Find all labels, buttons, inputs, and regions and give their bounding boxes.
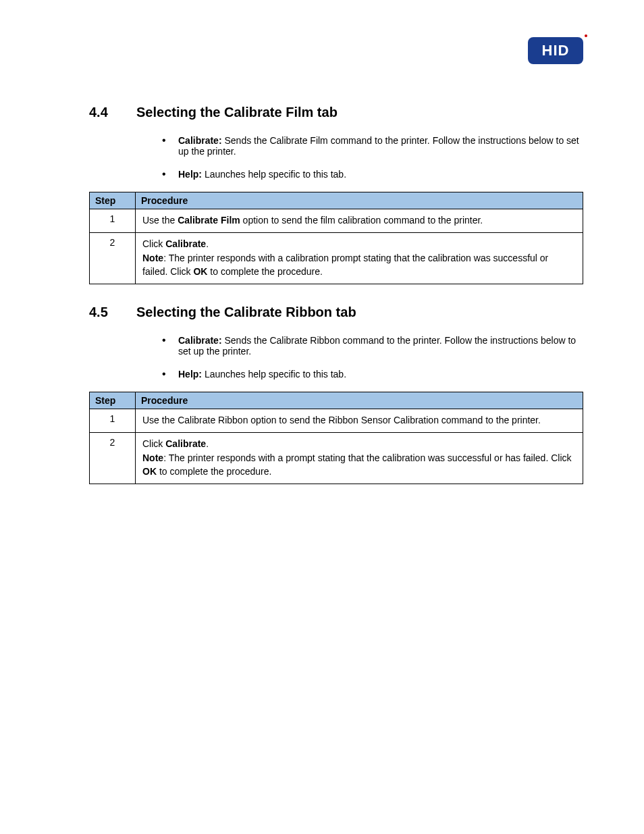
hid-logo: HID: [528, 37, 583, 64]
table-row: 2 Click Calibrate.Note: The printer resp…: [90, 433, 583, 484]
document-page: HID 4.4 Selecting the Calibrate Film tab…: [0, 0, 644, 484]
section-4-4: 4.4 Selecting the Calibrate Film tab Cal…: [89, 105, 583, 284]
bullet-text: Sends the Calibrate Ribbon command to th…: [178, 335, 576, 357]
bullet-text: Launches help specific to this tab.: [205, 369, 346, 380]
bullet-text: Sends the Calibrate Film command to the …: [178, 135, 579, 157]
cell-step: 2: [90, 433, 136, 484]
bullet-label: Help: [178, 169, 202, 180]
cell-procedure: Click Calibrate.Note: The printer respon…: [136, 233, 583, 284]
cell-step: 1: [90, 409, 136, 433]
th-procedure: Procedure: [136, 192, 583, 209]
table-header-row: Step Procedure: [90, 192, 583, 209]
bullet-list-4-5: Calibrate Sends the Calibrate Ribbon com…: [162, 335, 583, 380]
heading-title: Selecting the Calibrate Film tab: [136, 105, 338, 120]
section-4-5: 4.5 Selecting the Calibrate Ribbon tab C…: [89, 305, 583, 484]
cell-procedure: Click Calibrate.Note: The printer respon…: [136, 433, 583, 484]
th-step: Step: [90, 192, 136, 209]
th-step: Step: [90, 392, 136, 409]
header-row: HID: [61, 37, 583, 64]
bullet-item: Help Launches help specific to this tab.: [162, 169, 583, 180]
table-header-row: Step Procedure: [90, 392, 583, 409]
heading-title: Selecting the Calibrate Ribbon tab: [136, 305, 356, 320]
heading-number: 4.5: [89, 305, 136, 320]
heading-4-5: 4.5 Selecting the Calibrate Ribbon tab: [89, 305, 583, 320]
th-procedure: Procedure: [136, 392, 583, 409]
bullet-label: Calibrate: [178, 135, 222, 146]
bullet-list-4-4: Calibrate Sends the Calibrate Film comma…: [162, 135, 583, 180]
hid-logo-text: HID: [542, 42, 570, 59]
bullet-item: Calibrate Sends the Calibrate Film comma…: [162, 135, 583, 157]
bullet-label: Calibrate: [178, 335, 222, 346]
table-row: 2 Click Calibrate.Note: The printer resp…: [90, 233, 583, 284]
heading-4-4: 4.4 Selecting the Calibrate Film tab: [89, 105, 583, 120]
heading-number: 4.4: [89, 105, 136, 120]
table-row: 1 Use the Calibrate Film option to send …: [90, 209, 583, 233]
bullet-text: Launches help specific to this tab.: [205, 169, 346, 180]
bullet-label: Help: [178, 369, 202, 380]
cell-step: 2: [90, 233, 136, 284]
bullet-item: Help Launches help specific to this tab.: [162, 369, 583, 380]
bullet-item: Calibrate Sends the Calibrate Ribbon com…: [162, 335, 583, 357]
table-row: 1 Use the Calibrate Ribbon option to sen…: [90, 409, 583, 433]
procedure-table-4-4: Step Procedure 1 Use the Calibrate Film …: [89, 192, 583, 284]
cell-procedure: Use the Calibrate Ribbon option to send …: [136, 409, 583, 433]
cell-step: 1: [90, 209, 136, 233]
procedure-table-4-5: Step Procedure 1 Use the Calibrate Ribbo…: [89, 392, 583, 484]
cell-procedure: Use the Calibrate Film option to send th…: [136, 209, 583, 233]
